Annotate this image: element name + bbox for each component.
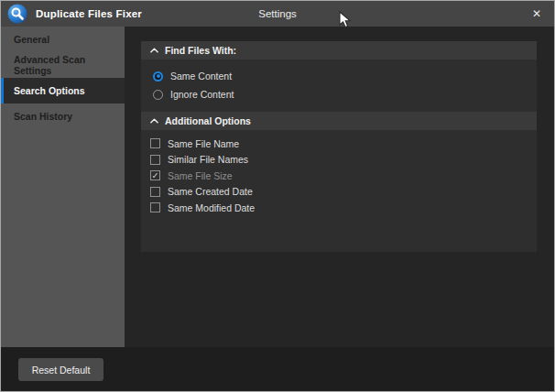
checkbox-option-same-modified-date[interactable]: Same Modified Date <box>141 200 537 216</box>
checkbox-checked[interactable]: ✓ <box>150 170 160 180</box>
checkmark-icon: ✓ <box>152 171 159 180</box>
reset-default-button[interactable]: Reset Default <box>18 358 103 381</box>
find-files-with-options: Same Content Ignore Content <box>141 60 537 103</box>
checkbox-unchecked[interactable] <box>150 202 160 212</box>
checkbox-option-label: Same File Name <box>168 138 239 149</box>
checkbox-option-label: Same Modified Date <box>168 202 255 213</box>
app-window: Duplicate Files Fixer Settings ✕ General… <box>0 0 555 392</box>
section-title: Find Files With: <box>165 45 236 56</box>
sidebar-item-scan-history[interactable]: Scan History <box>1 103 125 129</box>
checkbox-option-label: Same Created Date <box>168 186 253 197</box>
sidebar-item-general[interactable]: General <box>1 27 125 52</box>
checkbox-option-same-file-size[interactable]: ✓ Same File Size <box>141 168 537 184</box>
sidebar: General Advanced Scan Settings Search Op… <box>1 27 125 347</box>
close-icon[interactable]: ✕ <box>527 1 547 27</box>
radio-button-selected[interactable] <box>153 71 163 82</box>
sidebar-item-label: Scan History <box>14 111 72 122</box>
title-bar: Duplicate Files Fixer Settings ✕ <box>1 1 554 27</box>
section-header-find-files-with[interactable]: Find Files With: <box>141 41 537 60</box>
radio-button[interactable] <box>153 90 163 100</box>
section-header-additional-options[interactable]: Additional Options <box>141 112 537 130</box>
checkbox-option-same-created-date[interactable]: Same Created Date <box>141 184 537 201</box>
checkbox-unchecked[interactable] <box>150 138 160 148</box>
section-title: Additional Options <box>165 115 251 126</box>
app-logo-magnifier-icon <box>7 4 27 24</box>
sidebar-item-label: General <box>14 34 49 45</box>
checkbox-unchecked[interactable] <box>150 155 160 165</box>
radio-option-same-content[interactable]: Same Content <box>141 67 537 85</box>
app-title: Duplicate Files Fixer <box>36 8 142 19</box>
checkbox-option-similar-file-names[interactable]: Similar File Names <box>141 152 537 169</box>
checkbox-option-same-file-name[interactable]: Same File Name <box>141 136 537 152</box>
sidebar-item-advanced-scan-settings[interactable]: Advanced Scan Settings <box>1 52 125 78</box>
sidebar-item-label: Advanced Scan Settings <box>14 54 125 76</box>
radio-option-label: Same Content <box>170 71 232 82</box>
settings-panel: Find Files With: Same Content Ignore Con… <box>141 41 537 252</box>
radio-dot <box>157 74 160 78</box>
checkbox-option-label: Similar File Names <box>168 154 248 165</box>
footer-bar: Reset Default <box>1 347 554 392</box>
additional-options-list: Same File Name Similar File Names ✓ Same… <box>141 130 537 216</box>
checkbox-option-label: Same File Size <box>168 170 233 181</box>
radio-option-ignore-content[interactable]: Ignore Content <box>141 85 537 103</box>
main-content: Find Files With: Same Content Ignore Con… <box>125 27 554 347</box>
chevron-up-icon <box>150 48 158 53</box>
radio-option-label: Ignore Content <box>170 89 234 100</box>
sidebar-item-search-options[interactable]: Search Options <box>1 78 125 103</box>
checkbox-unchecked[interactable] <box>150 187 160 197</box>
chevron-up-icon <box>150 118 158 124</box>
sidebar-item-label: Search Options <box>14 85 85 96</box>
